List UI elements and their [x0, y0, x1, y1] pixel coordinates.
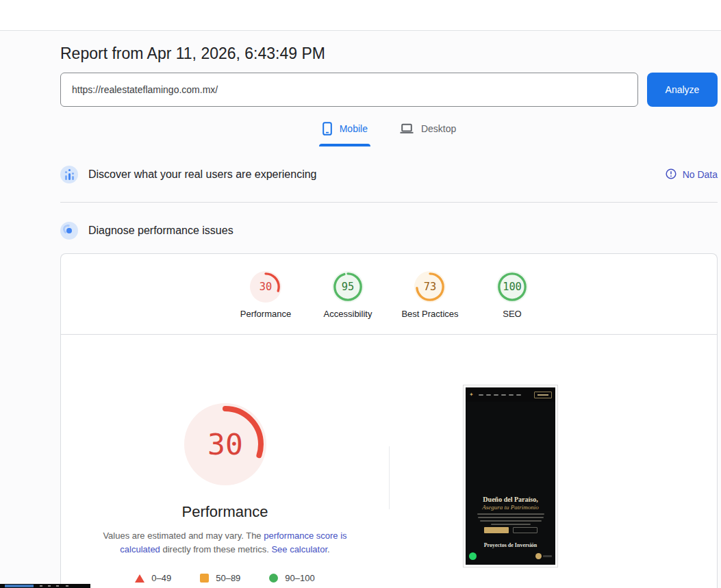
performance-summary-column: 30 Performance Values are estimated and …: [61, 335, 389, 583]
app-top-bar: [0, 0, 721, 31]
preview-navbar: ✦: [466, 387, 555, 402]
diagnose-gauge-icon: [60, 222, 78, 240]
svg-text:100: 100: [503, 281, 522, 293]
preview-nav-links: [479, 394, 521, 396]
score-label: Accessibility: [324, 309, 372, 319]
seo-gauge-ring: 100: [496, 271, 528, 303]
accessibility-gauge-ring: 95: [332, 271, 364, 303]
legend-item-pass: 90–100: [269, 573, 314, 583]
preview-section-title: Proyectos de Inversión: [466, 542, 555, 548]
disclaimer-text: Values are estimated and may vary. The: [103, 531, 264, 541]
report-title: Report from Apr 11, 2026, 6:43:49 PM: [60, 44, 718, 63]
preview-hero-buttons: [466, 527, 555, 533]
preview-hero-line1: Dueño del Paraíso,: [466, 496, 555, 503]
fail-triangle-icon: [135, 574, 144, 583]
info-circle-icon: [666, 168, 676, 181]
legend-item-fail: 0–49: [135, 573, 171, 583]
score-legend: 0–49 50–89 90–100: [135, 573, 314, 583]
main-content: Report from Apr 11, 2026, 6:43:49 PM Ana…: [60, 44, 718, 588]
tab-mobile-label: Mobile: [340, 123, 368, 134]
performance-detail-section: 30 Performance Values are estimated and …: [61, 335, 717, 583]
svg-text:30: 30: [260, 281, 272, 293]
lab-data-title: Diagnose performance issues: [88, 225, 233, 237]
score-gauge-performance[interactable]: 30 Performance: [225, 271, 307, 319]
legend-range: 50–89: [216, 573, 240, 583]
disclaimer-text: directly from these metrics.: [160, 544, 272, 554]
score-gauge-best-practices[interactable]: 73 Best Practices: [389, 271, 471, 319]
no-data-label: No Data: [683, 169, 718, 180]
score-label: SEO: [503, 309, 521, 319]
no-data-badge[interactable]: No Data: [666, 168, 718, 181]
average-square-icon: [200, 574, 209, 583]
url-bar: Analyze: [60, 73, 718, 107]
preview-cta-button: [534, 392, 552, 398]
tab-desktop[interactable]: Desktop: [396, 120, 459, 146]
analyze-button[interactable]: Analyze: [647, 73, 718, 107]
legend-item-average: 50–89: [200, 573, 240, 583]
svg-text:95: 95: [342, 281, 354, 293]
site-screenshot-thumbnail[interactable]: ✦ Dueño del Paraíso, Asegura tu Patrimon…: [463, 385, 558, 567]
preview-chat-widget: [535, 553, 552, 559]
category-scores-row: 30 Performance 95 Accessibility 73 Best: [61, 254, 717, 319]
disclaimer-text: .: [327, 544, 330, 554]
preview-paragraph: [466, 513, 555, 525]
url-input[interactable]: [60, 73, 638, 107]
performance-disclaimer: Values are estimated and may vary. The p…: [102, 529, 349, 557]
device-tabs: Mobile Desktop: [60, 120, 718, 146]
field-data-section-header[interactable]: Discover what your real users are experi…: [60, 166, 718, 183]
score-gauge-accessibility[interactable]: 95 Accessibility: [307, 271, 389, 319]
preview-hero-line2: Asegura tu Patrimonio: [466, 504, 555, 511]
performance-section-title: Performance: [182, 503, 268, 521]
mobile-phone-icon: [322, 122, 333, 136]
preview-hero: Dueño del Paraíso, Asegura tu Patrimonio: [466, 496, 555, 511]
svg-text:73: 73: [424, 281, 436, 293]
field-data-title: Discover what your real users are experi…: [88, 168, 316, 181]
site-screenshot: ✦ Dueño del Paraíso, Asegura tu Patrimon…: [466, 387, 555, 565]
lab-data-section-header[interactable]: Diagnose performance issues: [60, 222, 718, 240]
whatsapp-icon: [469, 552, 477, 560]
score-label: Performance: [240, 309, 291, 319]
preview-logo: ✦: [469, 392, 474, 398]
background-window-fragment[interactable]: [0, 584, 90, 588]
see-calculator-link[interactable]: See calculator: [271, 544, 327, 554]
screenshot-column: ✦ Dueño del Paraíso, Asegura tu Patrimon…: [390, 335, 717, 583]
tab-desktop-label: Desktop: [421, 123, 456, 134]
section-divider: [60, 202, 718, 203]
desktop-laptop-icon: [399, 123, 414, 135]
legend-range: 90–100: [285, 573, 314, 583]
legend-range: 0–49: [151, 573, 171, 583]
score-gauge-seo[interactable]: 100 SEO: [471, 271, 553, 319]
lighthouse-report-card: 30 Performance 95 Accessibility 73 Best: [60, 253, 718, 588]
real-users-icon: [60, 166, 78, 183]
performance-big-gauge: 30: [184, 403, 266, 485]
pass-circle-icon: [269, 574, 278, 583]
tab-mobile[interactable]: Mobile: [319, 120, 370, 146]
score-label: Best Practices: [401, 309, 458, 319]
performance-gauge-ring: 30: [250, 271, 281, 303]
best-practices-gauge-ring: 73: [414, 271, 446, 303]
svg-text:30: 30: [207, 427, 243, 461]
